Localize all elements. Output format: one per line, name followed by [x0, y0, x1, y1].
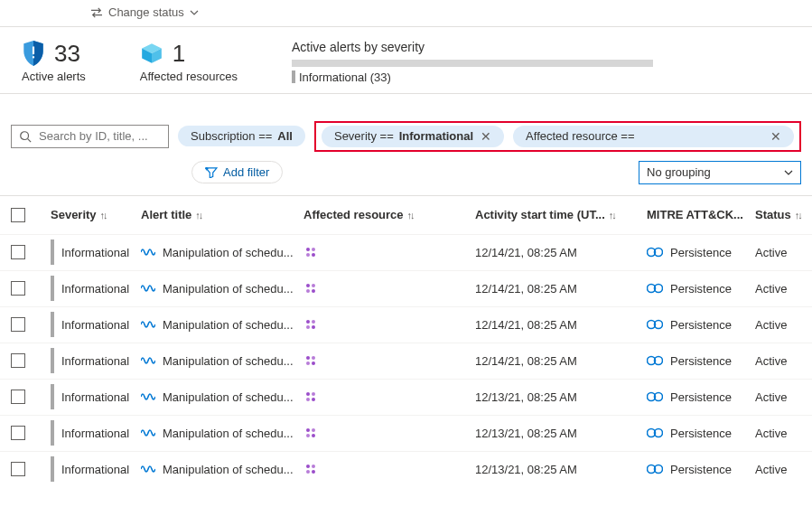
severity-indicator [51, 348, 54, 373]
alert-wave-icon [141, 319, 155, 330]
alert-wave-icon [141, 247, 155, 258]
title-cell[interactable]: Manipulation of schedu... [141, 282, 303, 296]
table-row[interactable]: InformationalManipulation of schedu...12… [0, 270, 812, 306]
severity-indicator [51, 420, 54, 446]
status-cell: Active [755, 246, 812, 259]
severity-indicator [51, 456, 54, 482]
title-cell[interactable]: Manipulation of schedu... [141, 463, 303, 476]
affected-resources-label: Affected resources [140, 70, 238, 83]
row-checkbox[interactable] [11, 426, 25, 440]
grouping-value: No grouping [647, 165, 711, 179]
filter-pill-subscription[interactable]: Subscription == All [178, 126, 305, 146]
mitre-cell[interactable]: Persistence [647, 354, 755, 368]
change-status-button[interactable]: Change status [90, 5, 199, 19]
close-icon[interactable]: ✕ [770, 129, 781, 144]
severity-cell: Informational [51, 239, 141, 265]
change-status-label: Change status [108, 5, 184, 19]
swap-arrows-icon [90, 7, 103, 18]
row-checkbox[interactable] [11, 390, 25, 404]
col-mitre[interactable]: MITRE ATT&CK... [647, 208, 755, 221]
status-cell: Active [755, 282, 812, 296]
table-row[interactable]: InformationalManipulation of schedu...12… [0, 415, 812, 451]
filter-pill-affected-resource[interactable]: Affected resource == ✕ [513, 126, 794, 147]
col-resource[interactable]: Affected resource↑↓ [303, 208, 475, 221]
chain-icon [647, 427, 663, 439]
select-all-checkbox[interactable] [11, 208, 25, 222]
mitre-cell[interactable]: Persistence [647, 246, 755, 259]
search-icon [19, 130, 32, 143]
table-row[interactable]: InformationalManipulation of schedu...12… [0, 343, 812, 379]
title-cell[interactable]: Manipulation of schedu... [141, 427, 303, 440]
add-filter-button[interactable]: Add filter [191, 161, 283, 183]
resource-icon [303, 391, 318, 402]
mitre-cell[interactable]: Persistence [647, 463, 755, 476]
severity-cell: Informational [51, 276, 141, 301]
resource-cell[interactable] [303, 319, 475, 330]
search-input[interactable] [11, 125, 169, 148]
severity-summary-title: Active alerts by severity [292, 40, 790, 54]
mitre-cell[interactable]: Persistence [647, 282, 755, 296]
row-checkbox[interactable] [11, 317, 25, 332]
chain-icon [647, 390, 663, 403]
time-cell: 12/13/21, 08:25 AM [475, 390, 647, 404]
row-checkbox[interactable] [11, 462, 25, 476]
search-field[interactable] [37, 128, 161, 144]
chevron-down-icon [190, 10, 199, 15]
table-row[interactable]: InformationalManipulation of schedu...12… [0, 379, 812, 415]
title-cell[interactable]: Manipulation of schedu... [141, 354, 303, 368]
resource-icon [303, 464, 318, 474]
alert-wave-icon [141, 355, 155, 366]
title-cell[interactable]: Manipulation of schedu... [141, 318, 303, 332]
resource-cell[interactable] [303, 283, 475, 294]
sort-icon: ↑↓ [195, 210, 201, 221]
severity-cell: Informational [51, 456, 141, 482]
sort-icon: ↑↓ [100, 210, 107, 221]
title-cell[interactable]: Manipulation of schedu... [141, 246, 303, 259]
resource-icon [303, 283, 318, 294]
table-row[interactable]: InformationalManipulation of schedu...12… [0, 234, 812, 270]
active-alerts-count: 33 [54, 40, 80, 68]
col-time[interactable]: Activity start time (UT...↑↓ [475, 208, 647, 221]
shield-icon [22, 40, 45, 67]
resource-cell[interactable] [303, 464, 475, 474]
mitre-cell[interactable]: Persistence [647, 318, 755, 332]
mitre-cell[interactable]: Persistence [647, 390, 755, 404]
resource-cell[interactable] [303, 247, 475, 258]
table-row[interactable]: InformationalManipulation of schedu...12… [0, 451, 812, 487]
affected-resources-count: 1 [173, 40, 185, 68]
row-checkbox[interactable] [11, 281, 25, 296]
resource-icon [303, 427, 318, 438]
resource-icon [303, 355, 318, 366]
row-checkbox[interactable] [11, 353, 25, 368]
severity-summary: Active alerts by severity Informational … [292, 40, 790, 84]
chain-icon [647, 246, 663, 258]
resource-cell[interactable] [303, 391, 475, 402]
col-title[interactable]: Alert title↑↓ [141, 208, 303, 221]
chain-icon [647, 282, 663, 295]
severity-indicator [51, 239, 54, 265]
col-status[interactable]: Status↑↓ [755, 208, 812, 221]
mitre-cell[interactable]: Persistence [647, 427, 755, 440]
alert-wave-icon [141, 391, 155, 402]
summary-bar: 33 Active alerts 1 Affected resources Ac… [0, 27, 812, 93]
row-checkbox[interactable] [11, 245, 25, 259]
status-cell: Active [755, 427, 812, 440]
resource-cell[interactable] [303, 355, 475, 366]
time-cell: 12/14/21, 08:25 AM [475, 354, 647, 368]
severity-cell: Informational [51, 384, 141, 409]
col-severity[interactable]: Severity↑↓ [51, 208, 141, 221]
table-row[interactable]: InformationalManipulation of schedu...12… [0, 306, 812, 343]
alerts-table: Severity↑↓ Alert title↑↓ Affected resour… [0, 195, 812, 487]
highlighted-filter-group: Severity == Informational ✕ Affected res… [314, 121, 801, 152]
resource-cell[interactable] [303, 427, 475, 438]
alert-wave-icon [141, 464, 155, 474]
status-cell: Active [755, 390, 812, 404]
title-cell[interactable]: Manipulation of schedu... [141, 390, 303, 404]
close-icon[interactable]: ✕ [481, 129, 491, 144]
filter-pill-severity[interactable]: Severity == Informational ✕ [322, 126, 504, 147]
severity-tick-icon [292, 70, 295, 83]
severity-cell: Informational [51, 312, 141, 337]
grouping-select[interactable]: No grouping [639, 161, 801, 184]
alert-wave-icon [141, 283, 155, 294]
resource-icon [303, 319, 318, 330]
